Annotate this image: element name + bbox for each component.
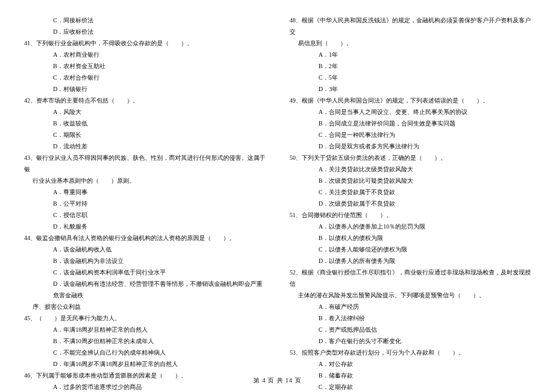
q50-option-a: A．关注类贷款比次级类贷款风险大 — [290, 163, 531, 175]
right-column: 48、根据《中华人民共和国反洗钱法》的规定，金融机构必须妥善保护客户开户资料及客… — [290, 14, 531, 392]
q41-option-d: D．村镇银行 — [24, 83, 265, 95]
q41-option-b: B．农村资金互助社 — [24, 60, 265, 72]
q44-option-d: D．该金融机构有违法经营、经营管理不善等情形，不撤销该金融机构即会严重危害金融秩 — [24, 278, 265, 301]
q41-option-a: A．农村商业银行 — [24, 49, 265, 60]
q49-option-d: D．合同是双方或者多方民事法律行为 — [290, 141, 531, 152]
q48-stem-line1: 48、根据《中华人民共和国反洗钱法》的规定，金融机构必须妥善保护客户开户资料及客… — [290, 14, 531, 37]
q49-option-b: B．合同成立是法律评价问题，合同生效是事实问题 — [290, 118, 531, 129]
q52-option-d: D．客户在银行的头寸不断变化 — [290, 335, 531, 347]
q52-stem-line2: 主体的潜在风险并发出预警风险提示。下列哪项是预警信号（ ）。 — [290, 289, 531, 301]
q43-option-c: C．授信尽职 — [24, 209, 265, 221]
q52-stem-line1: 52、根据《商业银行授信工作尽职指引》，商业银行应通过非现场和现场检查，及时发现… — [290, 267, 531, 289]
q45-stem: 45、（ ）是无民事行为能力人。 — [24, 312, 265, 324]
q40-option-d: D．应收标价法 — [24, 26, 265, 37]
q44-stem: 44、银监会撤销具有法人资格的银行业金融机构的法人资格的原因是（ ）。 — [24, 232, 265, 244]
q45-option-c: C．不能完全辨认自己行为的成年精神病人 — [24, 347, 265, 358]
q51-option-b: B．以债权人的债权为限 — [290, 232, 531, 244]
q52-option-a: A．有破产经历 — [290, 301, 531, 312]
q43-option-b: B．公平对待 — [24, 198, 265, 209]
q50-option-b: B．次级类贷款比可疑类贷款风险大 — [290, 175, 531, 186]
q44-option-c: C．该金融机构资本利润率低于同行业水平 — [24, 267, 265, 278]
q52-option-c: C．资产或抵押品低估 — [290, 324, 531, 335]
q50-option-c: C．关注类贷款属于不良贷款 — [290, 186, 531, 198]
q43-option-d: D．礼貌服务 — [24, 221, 265, 232]
q44-tail: 序、损害公众利益 — [24, 301, 265, 312]
q40-option-c: C．间接标价法 — [24, 14, 265, 26]
q50-stem: 50、下列关于贷款五级分类法的表述，正确的是（ ）。 — [290, 152, 531, 163]
q48-option-c: C．5年 — [290, 72, 531, 83]
q43-stem-line2: 行业从业基本原则中的（ ）原则。 — [24, 175, 265, 186]
left-column: C．间接标价法 D．应收标价法 41、下列银行业金融机构中，不得吸收公众存款的是… — [24, 14, 265, 392]
q53-stem: 53、按照客户类型对存款进行划分，可分为个人存款和（ ）。 — [290, 347, 531, 358]
q49-option-c: C．合同是一种民事法律行为 — [290, 129, 531, 141]
q42-stem: 42、资本市场的主要特点不包括（ ）。 — [24, 95, 265, 106]
q51-option-a: A．以债券人的债券加上10％的惩罚为限 — [290, 221, 531, 232]
q48-option-a: A．1年 — [290, 49, 531, 60]
q41-option-c: C．农村合作银行 — [24, 72, 265, 83]
q45-option-a: A．年满18周岁且精神正常的自然人 — [24, 324, 265, 335]
q44-option-b: B．该金融机构为非法设立 — [24, 255, 265, 267]
q44-option-a: A．该金融机构收入低 — [24, 244, 265, 255]
q43-stem-line1: 43、银行业从业人员不得因同事的民族、肤色、性别，而对其进行任何形式的侵害。这属… — [24, 152, 265, 175]
q42-option-b: B．收益较低 — [24, 118, 265, 129]
q50-option-d: D．次级类贷款属于不良贷款 — [290, 198, 531, 209]
q51-option-c: C．以债务人能够偿还的债权为限 — [290, 244, 531, 255]
q45-option-d: D．年满16周岁不满18周岁且精神正常的自然人 — [24, 358, 265, 370]
q52-option-b: B．卷入法律纠纷 — [290, 312, 531, 324]
q42-option-a: A．风险大 — [24, 106, 265, 118]
q48-stem-line2: 易信息到（ ）。 — [290, 37, 531, 49]
q41-stem: 41、下列银行业金融机构中，不得吸收公众存款的是（ ）。 — [24, 37, 265, 49]
q43-option-a: A．尊重同事 — [24, 186, 265, 198]
q51-stem: 51、合同撤销权的行使范围（ ）。 — [290, 209, 531, 221]
page-content: C．间接标价法 D．应收标价法 41、下列银行业金融机构中，不得吸收公众存款的是… — [0, 0, 555, 392]
q51-option-d: D．以债务人的所有债务为限 — [290, 255, 531, 267]
page-footer: 第 4 页 共 14 页 — [0, 376, 555, 385]
q42-option-c: C．期限长 — [24, 129, 265, 141]
q49-option-a: A．合同是当事人之间设立、变更、终止民事关系的协议 — [290, 106, 531, 118]
q42-option-d: D．流动性差 — [24, 141, 265, 152]
q49-stem: 49、根据《中华人民共和国合同法》的规定，下列表述错误的是（ ）。 — [290, 95, 531, 106]
q48-option-b: B．2年 — [290, 60, 531, 72]
q53-option-a: A．对公存款 — [290, 358, 531, 370]
q48-option-d: D．3年 — [290, 83, 531, 95]
q45-option-b: B．不满10周岁但精神正常的未成年人 — [24, 335, 265, 347]
